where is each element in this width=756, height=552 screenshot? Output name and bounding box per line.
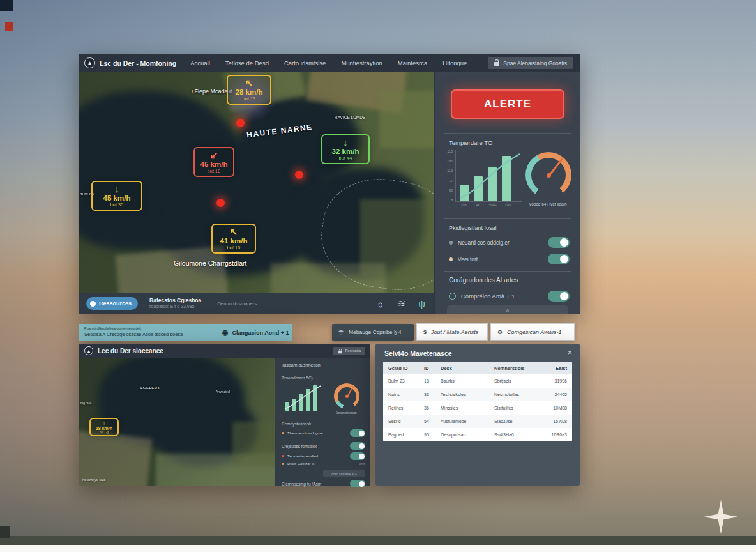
wind-icon[interactable]: ≋ [398,298,406,309]
red-square-marker [5,22,13,31]
wind-speed: 41 km/h [215,237,252,245]
wind-speed: 32 km/h [325,148,366,155]
nav-item[interactable]: Maintesrca [398,59,427,66]
cell: 16 A08 [543,419,567,424]
toggle-label: Tscmsofsmendied [287,454,347,458]
wind-badge-45[interactable]: ↓ 45 km/h but 35 [91,181,142,211]
nav-item[interactable]: Hitorique [442,59,467,66]
table-row[interactable]: Retincs 36 Minssles Slsttullfes 10M88 [383,401,572,415]
x-axis-labels: 10340508E100 [455,203,522,207]
info-icon [90,301,96,307]
arrow-up-icon: ↑ [92,420,116,426]
toggle-switch-on[interactable] [350,480,365,487]
panel-title: Tasdam dusfmetion [282,363,321,367]
y-axis-labels: 110105110..7808 [444,150,453,202]
toggle-switch-on[interactable] [350,452,365,460]
wind-gust: but 35 [95,202,139,208]
gauge-hub [547,173,551,178]
vegetation-icon[interactable]: ψ [418,298,425,309]
alerte-button[interactable]: ALERTE [451,89,564,119]
mini-gauge [334,383,359,409]
cell: Nains [388,392,424,397]
alert-marker[interactable] [236,119,245,127]
comparison-button[interactable]: ⚙ Comgesican Awwis-1 [490,323,575,341]
arrow-up-left-icon: ↖ [215,227,252,237]
shore-patch [116,246,228,293]
alerts-panel: ALERTE Tempierdare TO 110105110..7808 10… [434,72,580,314]
area-label: RAVICE LUMDB [335,115,365,119]
cell: 36 [424,406,441,410]
table-row[interactable]: Pagoed 95 Oesnputlsan Ss4t3Ha6 16R0a3 [383,428,572,441]
cell: 33 [424,392,441,397]
temp-chart-bars [455,150,522,202]
x-tick: 100 [503,203,512,207]
chart-bar [285,402,289,411]
column-header: Desk [441,365,494,371]
wind-badge-32[interactable]: ↓ 32 km/h but 44 [321,134,370,164]
wind-badge-28[interactable]: ↖ 28 km/h but 13 [227,75,271,105]
cell: 31996 [543,379,567,383]
app-logo-icon: ▲ [84,346,93,355]
sun-icon[interactable]: ☼ [376,298,385,309]
admin-space-label: Spae Alenaistaloq Gooatis [503,60,567,66]
mini-chart-title: Tewvsdbmer 5C) [282,376,313,380]
small-action-button[interactable]: crsc ssmsfie k + [323,470,365,477]
collapsed-panel-handle[interactable]: ∧ [447,305,568,314]
day-night-alerts-button[interactable]: $ Jout / Mate Aensts [416,323,488,341]
table-header-row: Gclad IDIDDeskNemherstloisEalst [383,362,572,374]
bottom-dark-strip [0,536,756,545]
surveillance-map[interactable]: LGELEUT Arwtscied mg ovia nslslsweysi si… [79,358,275,486]
chart-bar [306,389,310,411]
toggle-switch-on[interactable] [350,442,365,450]
section-label: Cemdystoshosk [282,422,311,426]
wind-badge-41[interactable]: ↖ 41 km/h but 10 [211,224,256,254]
resources-label: Ressources [99,300,132,307]
surveillance-side-panel: Tasdam dusfmetion Tewvsdbmer 5C) Lmum wi… [275,358,370,486]
town-label: Giloumone Charrgstdlart [174,259,246,267]
comparison-chip[interactable]: ◉ Clangacion Aond + 1 [222,328,289,337]
x-tick: 40 [474,203,483,207]
table-row[interactable]: Sesric 54 Yustulamdde Slac3Jse 16 A08 [383,415,572,428]
maintenance-table: Gclad IDIDDeskNemherstloisEalst Bulm 23 … [383,362,572,441]
nav-item[interactable]: Tetlose de Desd [225,59,269,66]
chart-bar [299,394,303,411]
alert-marker[interactable] [295,171,303,179]
alert-marker[interactable] [216,199,225,207]
wind-badge-18[interactable]: ↑ 18 km/h but 1-g [89,418,119,436]
surveillance-header: ▲ Lec du Der sloccance Fesmcita [79,344,370,358]
gauge-needle [548,158,563,176]
toggle-switch-on[interactable] [548,291,570,302]
temperature-chart-title: Tempierdare TO [449,139,492,146]
y-tick: 110 [444,150,453,153]
reserved-button[interactable]: Fesmcita [333,347,365,355]
ring-icon [449,293,456,300]
toggle-switch-on[interactable] [548,254,570,264]
toggle-switch-on[interactable] [350,429,365,437]
nav-item[interactable]: Carto irlsmtslse [284,59,326,66]
cell: 18 [424,379,441,383]
toggle-switch-on[interactable] [548,237,570,248]
column-header: Ealst [543,365,567,371]
mini-chart-bars [282,383,322,411]
field-patch [232,422,275,466]
admin-space-button[interactable]: Spae Alenaistaloq Gooatis [488,57,573,69]
value-row: Deos Comzcr k i errs [282,462,365,466]
chart-bar [502,156,511,201]
close-icon[interactable]: × [567,348,572,357]
table-row[interactable]: Nains 33 Teshsiskslea Necmotatlas 24405 [383,388,572,401]
table-row[interactable]: Bulm 23 18 Bsurbs Sbrtjscls 31996 [383,374,572,388]
info-strip: Puarssirdlksuilsfesaroumeysempteik Seocl… [79,324,292,341]
cell: Minssles [441,406,494,410]
column-header: Nemherstlois [494,365,543,371]
wind-badge-45-alert[interactable]: ↙ 45 km/h but 10 [193,147,234,177]
weather-mode-button[interactable]: ☂ Mebauge Ccpsibe § 4 [332,324,414,341]
corner-square [0,0,13,12]
nav-item[interactable]: Munfiestraytion [341,59,382,66]
mini-gauge-caption: Lmum wiserscn [329,411,365,415]
nav-item[interactable]: Accuall [190,59,210,66]
app-logo-icon: ▲ [84,57,95,68]
satellite-map[interactable]: i Flepe Mcada d HAUTE NARNE RAVICE LUMDB… [79,72,434,293]
chart-bar [474,176,483,201]
resources-button[interactable]: Ressources [86,297,138,310]
day-night-alerts-label: Jout / Mate Aensts [431,329,478,335]
